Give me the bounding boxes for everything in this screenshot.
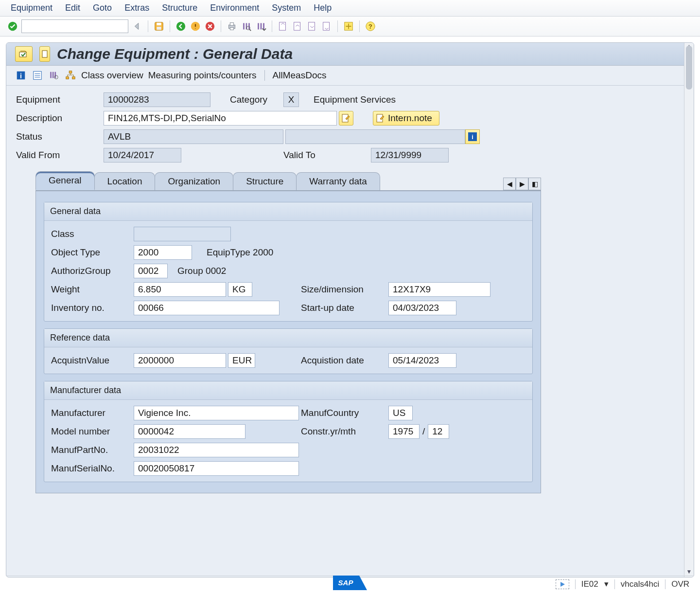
manufacturer-input[interactable]: Vigience Inc.	[134, 406, 299, 420]
status-play-button[interactable]	[556, 579, 569, 589]
object-type-label: Object Type	[51, 247, 134, 258]
description-label: Description	[16, 113, 104, 124]
object-type-text: EquipType 2000	[207, 247, 273, 258]
group-reference-data: Reference data AcquistnValue 2000000 EUR…	[44, 328, 533, 374]
weight-input[interactable]: 6.850	[134, 282, 226, 297]
app-toolbar: ?	[0, 17, 700, 36]
acquistn-value-input[interactable]: 2000000	[134, 353, 226, 368]
tab-general[interactable]: General	[35, 171, 95, 190]
enter-icon[interactable]	[7, 20, 18, 32]
manuf-country-label: ManufCountry	[301, 408, 388, 418]
tab-list-button[interactable]: ◧	[528, 178, 541, 190]
allmeasdocs-link[interactable]: AllMeasDocs	[273, 70, 327, 81]
status-mode: OVR	[671, 579, 689, 589]
toolbar-separator	[148, 20, 148, 32]
status-dropdown-icon[interactable]: ▾	[604, 579, 609, 589]
intern-note-label: Intern.note	[388, 113, 432, 124]
sap-logo: SAP	[333, 576, 367, 593]
find-icon[interactable]	[241, 20, 252, 32]
cancel-icon[interactable]	[204, 20, 216, 32]
new-session-icon[interactable]	[343, 20, 354, 32]
tab-scroll-left[interactable]: ◀	[503, 178, 516, 190]
intern-note-button[interactable]: Intern.note	[373, 111, 439, 126]
acquistn-currency-input[interactable]: EUR	[228, 353, 255, 368]
weight-unit-input[interactable]: KG	[228, 282, 252, 297]
class-value	[134, 227, 231, 241]
svg-text:i: i	[472, 133, 473, 141]
vertical-scrollbar[interactable]: ▲ ▼	[684, 43, 694, 577]
description-input[interactable]: FIN126,MTS-DI,PD,SerialNo	[104, 111, 337, 126]
search-multi-icon[interactable]	[48, 70, 60, 81]
constr-year-input[interactable]: 1975	[388, 424, 420, 439]
class-overview-link[interactable]: Class overview	[81, 70, 143, 81]
title-button-1[interactable]	[15, 46, 33, 62]
group-general-data: General data Class Object Type 2000 Equi…	[44, 202, 533, 322]
group-general-data-title: General data	[44, 202, 532, 221]
back-triangle-icon[interactable]	[131, 20, 143, 32]
menu-edit[interactable]: Edit	[65, 3, 80, 13]
menu-goto[interactable]: Goto	[93, 3, 112, 13]
last-page-icon[interactable]	[321, 20, 332, 32]
find-next-icon[interactable]	[255, 20, 267, 32]
tab-warranty[interactable]: Warranty data	[296, 172, 380, 190]
print-icon[interactable]	[226, 20, 238, 32]
constr-month-input[interactable]: 12	[428, 424, 449, 439]
scroll-thumb[interactable]	[686, 46, 692, 90]
tab-scroll-right[interactable]: ▶	[516, 178, 528, 190]
info-icon[interactable]: i	[15, 70, 27, 81]
hierarchy-icon[interactable]	[65, 70, 76, 81]
menu-system[interactable]: System	[272, 3, 301, 13]
acquistn-date-input[interactable]: 05/14/2023	[388, 353, 456, 368]
save-icon[interactable]	[153, 20, 165, 32]
menu-structure[interactable]: Structure	[162, 3, 197, 13]
menu-extras[interactable]: Extras	[124, 3, 149, 13]
object-type-input[interactable]: 2000	[134, 245, 192, 260]
authgroup-input[interactable]: 0002	[134, 264, 168, 278]
manuf-serial-input[interactable]: 00020050817	[134, 461, 299, 476]
status-separator	[614, 579, 615, 589]
list-icon[interactable]	[32, 70, 43, 81]
authgroup-label: AuthorizGroup	[51, 266, 134, 276]
acquistn-value-label: AcquistnValue	[51, 355, 134, 366]
command-field[interactable]	[21, 19, 128, 33]
exit-icon[interactable]	[190, 20, 201, 32]
tab-strip: General Location Organization Structure …	[35, 171, 541, 190]
group-reference-data-title: Reference data	[44, 329, 532, 347]
status-info-button[interactable]: i	[465, 129, 480, 144]
authgroup-text: Group 0002	[177, 266, 226, 276]
manuf-partno-input[interactable]: 20031022	[134, 443, 299, 457]
menu-equipment[interactable]: Equipment	[11, 3, 52, 13]
subbar-separator	[264, 70, 265, 81]
toolbar-separator	[337, 20, 338, 32]
tab-structure[interactable]: Structure	[233, 172, 297, 190]
startup-input[interactable]: 04/03/2023	[388, 301, 456, 315]
first-page-icon[interactable]	[277, 20, 289, 32]
next-page-icon[interactable]	[306, 20, 318, 32]
prev-page-icon[interactable]	[292, 20, 303, 32]
toolbar-separator	[221, 20, 221, 32]
group-manufacturer-data: Manufacturer data Manufacturer Vigience …	[44, 381, 533, 482]
size-input[interactable]: 12X17X9	[388, 282, 490, 297]
long-text-button[interactable]	[339, 111, 353, 126]
menu-environment[interactable]: Environment	[210, 3, 259, 13]
category-text: Equipment Services	[314, 94, 396, 105]
tab-organization[interactable]: Organization	[155, 172, 233, 190]
header-form: Equipment 10000283 Category X Equipment …	[6, 86, 694, 169]
svg-rect-24	[69, 71, 72, 73]
title-button-2[interactable]	[39, 46, 50, 62]
model-number-input[interactable]: 0000042	[134, 424, 245, 439]
page-title: Change Equipment : General Data	[57, 46, 293, 62]
tab-location[interactable]: Location	[94, 172, 156, 190]
menu-help[interactable]: Help	[314, 3, 332, 13]
model-number-label: Model number	[51, 426, 134, 437]
svg-text:i: i	[20, 72, 22, 80]
title-bar: Change Equipment : General Data	[6, 43, 694, 66]
measuring-points-link[interactable]: Measuring points/counters	[148, 70, 257, 81]
manuf-country-input[interactable]: US	[388, 406, 413, 420]
valid-to-label: Valid To	[283, 150, 371, 161]
equipment-value: 10000283	[104, 92, 210, 107]
inventory-input[interactable]: 00066	[134, 301, 280, 315]
inventory-label: Inventory no.	[51, 303, 134, 313]
help-icon[interactable]: ?	[365, 20, 376, 32]
back-icon[interactable]	[175, 20, 187, 32]
